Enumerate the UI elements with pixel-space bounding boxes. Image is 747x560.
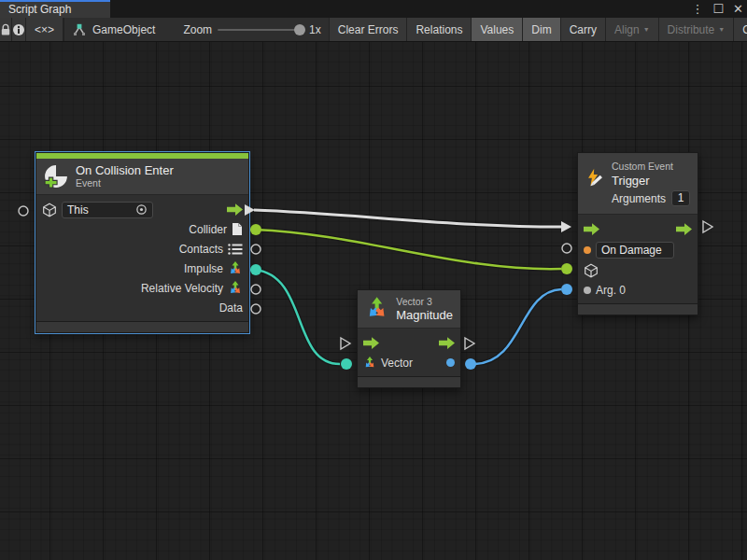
node-footer <box>578 303 698 315</box>
arguments-field[interactable]: 1 <box>671 190 690 206</box>
gameobject-label: GameObject <box>92 23 155 36</box>
object-port-dot <box>584 287 591 294</box>
wire-flow <box>254 210 561 227</box>
info-icon <box>12 23 25 36</box>
port-relative-velocity-output[interactable] <box>251 285 261 294</box>
string-port-dot <box>584 246 591 254</box>
code-view-button[interactable]: <×> <box>26 18 63 41</box>
port-vector-input[interactable] <box>341 358 352 370</box>
zoom-slider[interactable] <box>218 29 303 31</box>
tab-script-graph[interactable]: Script Graph <box>0 0 110 18</box>
vector3-icon <box>228 261 243 276</box>
port-label-data: Data <box>219 301 243 315</box>
event-icon <box>44 164 68 189</box>
node-footer <box>358 376 460 387</box>
overview-button[interactable]: Overv <box>734 18 747 41</box>
values-button[interactable]: Values <box>472 18 523 41</box>
node-on-collision-enter[interactable]: On Collision Enter Event This <box>35 152 249 333</box>
port-flow-output[interactable] <box>465 338 474 349</box>
window-menu-icon[interactable]: ⋮ <box>691 2 703 16</box>
port-collider-output[interactable] <box>250 224 261 235</box>
port-event-name-input[interactable] <box>562 244 571 253</box>
vector3-icon <box>365 297 388 321</box>
port-data-output[interactable] <box>251 304 261 314</box>
port-magnitude-output[interactable] <box>465 358 476 370</box>
list-icon <box>228 244 243 255</box>
vector3-icon <box>228 281 243 296</box>
flow-arrow-icon <box>584 223 599 235</box>
node-subtitle: Magnitude <box>396 308 453 322</box>
distribute-button[interactable]: Distribute ▼ <box>659 18 735 41</box>
port-target-input[interactable] <box>19 206 28 216</box>
node-title: Trigger <box>612 174 690 188</box>
port-label-relative-velocity: Relative Velocity <box>141 282 223 295</box>
graph-canvas[interactable]: On Collision Enter Event This <box>0 42 747 560</box>
object-picker-icon[interactable] <box>135 203 148 216</box>
port-flow-input[interactable] <box>561 221 571 232</box>
align-button[interactable]: Align ▼ <box>606 18 659 41</box>
zoom-label: Zoom <box>183 23 212 36</box>
flow-arrow-icon <box>363 337 379 349</box>
cube-icon <box>584 263 599 278</box>
node-category: Custom Event <box>612 161 690 173</box>
node-trigger-custom-event[interactable]: Custom Event Trigger Arguments 1 <box>577 152 698 315</box>
flow-arrow-icon <box>676 223 692 235</box>
custom-event-icon <box>585 164 604 190</box>
port-flow-input[interactable] <box>341 338 350 349</box>
wire-impulse-to-vector <box>255 270 340 364</box>
title-bar: Script Graph ⋮ ☐ ✕ <box>0 0 747 18</box>
cube-icon <box>42 203 57 217</box>
port-impulse-output[interactable] <box>250 264 261 275</box>
target-field[interactable]: This <box>62 202 153 218</box>
node-title: On Collision Enter <box>76 163 174 177</box>
script-graph-window: Script Graph ⋮ ☐ ✕ <×> <box>0 0 747 560</box>
chevron-down-icon: ▼ <box>643 26 650 33</box>
vector3-icon <box>363 357 376 370</box>
wire-magnitude-to-arg0 <box>475 289 561 364</box>
target-field-value: This <box>67 203 131 217</box>
node-title: Vector 3 <box>396 296 453 308</box>
port-label-collider: Collider <box>189 223 227 236</box>
clear-errors-button[interactable]: Clear Errors <box>330 18 408 41</box>
lock-button[interactable] <box>0 18 12 41</box>
port-label-arg0: Arg. 0 <box>596 284 626 297</box>
port-target-input[interactable] <box>561 263 572 274</box>
lock-icon <box>0 23 11 36</box>
relations-button[interactable]: Relations <box>407 18 472 41</box>
port-label-vector: Vector <box>381 357 413 370</box>
zoom-value: 1x <box>309 23 321 36</box>
zoom-slider-handle[interactable] <box>294 24 305 35</box>
dim-button[interactable]: Dim <box>523 18 560 41</box>
graph-pointer[interactable]: GameObject <box>64 18 162 41</box>
align-label: Align <box>614 23 640 36</box>
port-contacts-output[interactable] <box>251 245 261 254</box>
port-flow-output[interactable] <box>703 221 712 232</box>
info-button[interactable] <box>12 18 26 41</box>
event-name-field[interactable]: On Damage <box>596 242 674 259</box>
node-subtitle: Event <box>76 177 174 189</box>
node-vector3-magnitude[interactable]: Vector 3 Magnitude <box>357 289 461 388</box>
wire-collider-to-target <box>255 230 561 269</box>
distribute-label: Distribute <box>668 23 715 36</box>
graph-icon <box>72 23 87 36</box>
graph-toolbar: <×> GameObject Zoom 1x Clear Errors Rela… <box>0 18 747 42</box>
arguments-label: Arguments <box>612 192 666 205</box>
node-footer <box>36 321 248 332</box>
float-port-dot <box>446 358 455 367</box>
port-label-contacts: Contacts <box>179 243 223 256</box>
carry-button[interactable]: Carry <box>561 18 606 41</box>
event-name-value: On Damage <box>601 244 662 257</box>
chevron-down-icon: ▼ <box>718 26 725 33</box>
document-icon <box>232 222 243 236</box>
port-arg0-input[interactable] <box>561 284 572 295</box>
flow-arrow-icon <box>439 337 455 349</box>
zoom-control: Zoom 1x <box>176 18 328 41</box>
flow-arrow-icon <box>227 203 243 216</box>
close-icon[interactable]: ✕ <box>733 2 743 16</box>
maximize-icon[interactable]: ☐ <box>712 2 724 16</box>
port-label-impulse: Impulse <box>184 262 223 275</box>
